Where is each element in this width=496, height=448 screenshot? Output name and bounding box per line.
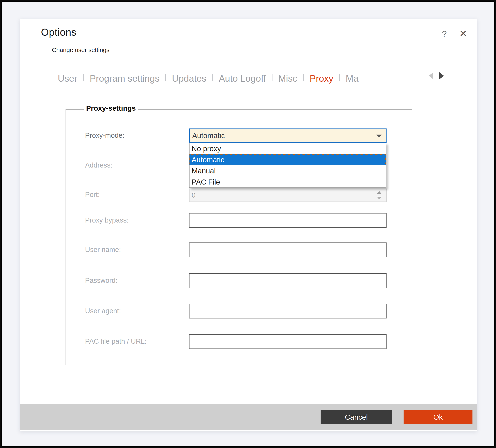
options-dialog: Options Change user settings ? ✕ User Pr… (20, 19, 477, 432)
address-label: Address: (85, 161, 112, 169)
dropdown-option-no-proxy[interactable]: No proxy (189, 143, 386, 154)
proxy-bypass-label: Proxy bypass: (85, 216, 129, 224)
proxy-bypass-input[interactable] (189, 213, 387, 228)
help-icon[interactable]: ? (438, 28, 451, 40)
cancel-button[interactable]: Cancel (321, 410, 392, 424)
groupbox-legend: Proxy-settings (84, 104, 138, 112)
ok-button[interactable]: Ok (403, 410, 472, 424)
tab-scroll-right-icon[interactable] (439, 72, 444, 79)
tab-updates[interactable]: Updates (166, 73, 212, 84)
port-value: 0 (192, 191, 196, 199)
tab-misc[interactable]: Misc (272, 73, 303, 84)
spinner-down-icon[interactable] (377, 197, 382, 199)
dropdown-option-automatic[interactable]: Automatic (189, 154, 386, 165)
dropdown-option-manual[interactable]: Manual (189, 165, 386, 176)
dialog-title: Options (41, 27, 77, 38)
dialog-subtitle: Change user settings (52, 47, 109, 54)
password-label: Password: (85, 276, 117, 284)
pac-file-path-label: PAC file path / URL: (85, 337, 147, 345)
port-spinner[interactable]: 0 (189, 189, 387, 202)
dialog-footer: Cancel Ok (20, 404, 477, 430)
tab-scroll-left-icon[interactable] (429, 72, 434, 79)
password-input[interactable] (189, 273, 387, 288)
spinner-up-icon[interactable] (377, 191, 382, 194)
tab-bar: User Program settings Updates Auto Logof… (58, 71, 428, 86)
user-name-input[interactable] (189, 242, 387, 257)
tab-truncated[interactable]: Ma (340, 73, 364, 84)
proxy-mode-combobox[interactable]: Automatic (189, 129, 387, 143)
screenshot-frame: Options Change user settings ? ✕ User Pr… (0, 0, 496, 448)
tab-program-settings[interactable]: Program settings (84, 73, 166, 84)
close-icon[interactable]: ✕ (456, 27, 470, 40)
user-agent-input[interactable] (189, 304, 387, 318)
tab-user[interactable]: User (58, 73, 83, 84)
pac-file-path-input[interactable] (189, 334, 387, 349)
tab-proxy[interactable]: Proxy (304, 73, 339, 84)
proxy-mode-selected-value: Automatic (190, 131, 225, 140)
user-name-label: User name: (85, 246, 121, 254)
port-label: Port: (85, 191, 100, 199)
dropdown-option-pac-file[interactable]: PAC File (189, 176, 386, 187)
chevron-down-icon[interactable] (376, 134, 382, 138)
proxy-mode-label: Proxy-mode: (85, 131, 124, 139)
proxy-mode-dropdown-list: No proxy Automatic Manual PAC File (189, 143, 386, 188)
tab-auto-logoff[interactable]: Auto Logoff (213, 73, 272, 84)
desktop-background: Options Change user settings ? ✕ User Pr… (2, 2, 494, 446)
user-agent-label: User agent: (85, 307, 121, 315)
